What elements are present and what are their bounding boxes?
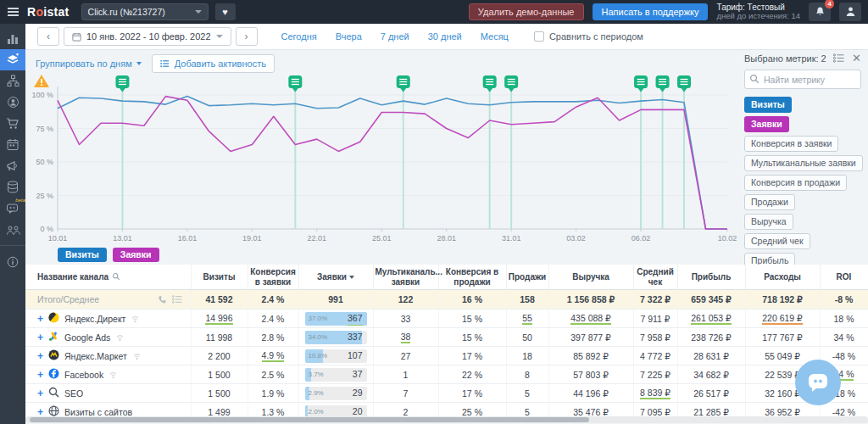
leads-value[interactable]: 29 (353, 388, 363, 398)
sidebar-item-users-icon[interactable] (0, 219, 25, 240)
activity-marker-icon[interactable] (397, 75, 410, 92)
channel-name[interactable]: Google Ads (64, 332, 110, 343)
column-header-channel[interactable]: Название канала (25, 265, 191, 290)
chat-widget-button[interactable] (795, 360, 841, 405)
column-header[interactable]: Заявки (298, 265, 373, 290)
chevron-down-icon (195, 10, 202, 14)
sidebar-item-megaphone-icon[interactable] (0, 155, 25, 176)
user-menu-button[interactable] (839, 3, 861, 21)
metric-chip[interactable]: Средний чек (744, 233, 810, 249)
expand-row-button[interactable]: + (37, 370, 43, 380)
sidebar-item-layers-icon[interactable] (0, 49, 25, 70)
leads-share-label: 34.0% (309, 331, 328, 344)
activity-marker-icon[interactable] (115, 75, 129, 92)
column-header[interactable]: Визиты (191, 265, 248, 290)
channel-name[interactable]: Яндекс.Маркет (64, 351, 127, 361)
expand-row-button[interactable]: + (37, 388, 43, 399)
sidebar-item-chat-icon[interactable]: beta (0, 198, 25, 219)
delete-demo-data-button[interactable]: Удалить демо-данные (469, 3, 584, 20)
sidebar-item-bar-chart-icon[interactable] (0, 28, 25, 49)
cell-value[interactable]: 4.9 % (262, 350, 285, 362)
channel-name[interactable]: Яндекс.Директ (64, 314, 125, 324)
leads-value[interactable]: 37 (353, 369, 363, 379)
column-header[interactable]: Средний чек (633, 265, 677, 290)
expand-row-button[interactable]: + (37, 332, 43, 343)
chart-legend: ВизитыЗаявки (58, 248, 159, 262)
list-view-icon[interactable] (833, 53, 844, 63)
cell-value[interactable]: 38 (401, 332, 411, 343)
warning-icon[interactable] (34, 75, 49, 87)
contact-support-button[interactable]: Написать в поддержку (593, 3, 709, 20)
metric-chip[interactable]: Заявки (744, 116, 789, 132)
expand-row-button[interactable]: + (37, 407, 43, 417)
metric-chip[interactable]: Выручка (744, 214, 793, 230)
date-range-picker[interactable]: 10 янв. 2022 - 10 февр. 2022 (64, 27, 231, 46)
metric-chip[interactable]: Визиты (744, 97, 792, 113)
column-header[interactable]: Конверсия в продажи (438, 265, 506, 290)
cell-value[interactable]: 261 053 ₽ (691, 313, 732, 325)
table-cell: 22 % (438, 365, 506, 384)
prev-period-button[interactable]: ‹ (37, 27, 59, 46)
activity-marker-icon[interactable] (677, 75, 691, 92)
phone-icon[interactable] (158, 295, 167, 304)
column-header[interactable]: Мультиканаль... заявки (373, 265, 438, 290)
metric-search-input[interactable] (744, 70, 861, 89)
preset-link-0[interactable]: Сегодня (281, 31, 317, 42)
next-period-button[interactable]: › (236, 27, 258, 46)
preset-link-4[interactable]: Месяц (481, 31, 509, 42)
expand-row-button[interactable]: + (37, 314, 43, 324)
channel-name[interactable]: SEO (64, 388, 83, 399)
column-header[interactable]: Конверсия в заявки (248, 265, 298, 290)
cell-value[interactable]: 55 (522, 313, 532, 325)
activity-marker-icon[interactable] (656, 75, 670, 92)
svg-text:0 %: 0 % (40, 225, 53, 233)
activity-marker-icon[interactable] (483, 75, 497, 92)
activity-marker-icon[interactable] (504, 75, 518, 92)
metric-chip[interactable]: Мультиканальные заявки (744, 155, 863, 171)
search-icon[interactable] (112, 272, 120, 281)
metric-chip[interactable]: Конверсия в продажи (744, 175, 847, 191)
add-activity-button[interactable]: Добавить активность (152, 54, 275, 73)
column-header[interactable]: Расходы (745, 265, 820, 290)
sidebar-item-cart-icon[interactable] (0, 113, 25, 134)
leads-value[interactable]: 20 (353, 406, 363, 416)
leads-value[interactable]: 367 (348, 312, 363, 326)
cell-value[interactable]: 14 996 (205, 313, 232, 325)
scrollbar-thumb[interactable] (30, 417, 589, 422)
sidebar-item-support-person-icon[interactable] (0, 92, 25, 113)
channel-name[interactable]: Facebook (64, 370, 103, 380)
metric-chip[interactable]: Продажи (744, 194, 795, 210)
favorites-button[interactable]: ♥ (215, 3, 236, 20)
leads-value[interactable]: 107 (348, 350, 363, 360)
legend-chip[interactable]: Заявки (113, 248, 159, 262)
compare-period-checkbox[interactable] (534, 31, 544, 42)
list-icon[interactable] (172, 295, 182, 304)
cell-value[interactable]: 220 619 ₽ (762, 313, 803, 325)
sidebar-item-coins-icon[interactable] (0, 176, 25, 198)
activity-marker-icon[interactable] (634, 75, 648, 92)
preset-link-1[interactable]: Вчера (336, 31, 362, 42)
metric-chip[interactable]: Конверсия в заявки (744, 136, 838, 152)
sidebar-item-sitemap-icon[interactable] (0, 70, 25, 92)
close-icon[interactable]: ✕ (852, 53, 861, 64)
sidebar-item-calendar-icon[interactable] (0, 134, 25, 155)
column-header[interactable]: Продажи (506, 265, 548, 290)
expand-row-button[interactable]: + (37, 351, 43, 361)
preset-link-3[interactable]: 30 дней (428, 31, 462, 42)
column-header[interactable]: Прибыль (677, 265, 745, 290)
cell-value[interactable]: 435 088 ₽ (570, 313, 611, 325)
project-selector[interactable]: Click.ru (№213727) (81, 3, 209, 20)
column-header[interactable]: Выручка (548, 265, 633, 290)
preset-link-2[interactable]: 7 дней (381, 31, 409, 42)
hamburger-menu-icon[interactable] (0, 0, 25, 24)
cell-value[interactable]: 8 839 ₽ (640, 388, 670, 399)
legend-chip[interactable]: Визиты (58, 248, 107, 262)
leads-value[interactable]: 337 (348, 332, 363, 342)
column-header[interactable]: ROI (820, 265, 868, 290)
svg-text:100 %: 100 % (31, 91, 53, 99)
channel-name[interactable]: Визиты с сайтов (64, 407, 132, 417)
activity-marker-icon[interactable] (288, 75, 302, 92)
notifications-button[interactable]: 4 (809, 3, 831, 21)
sidebar-item-info-icon[interactable] (0, 251, 25, 272)
group-by-days-dropdown[interactable]: Группировать по дням (36, 59, 142, 69)
